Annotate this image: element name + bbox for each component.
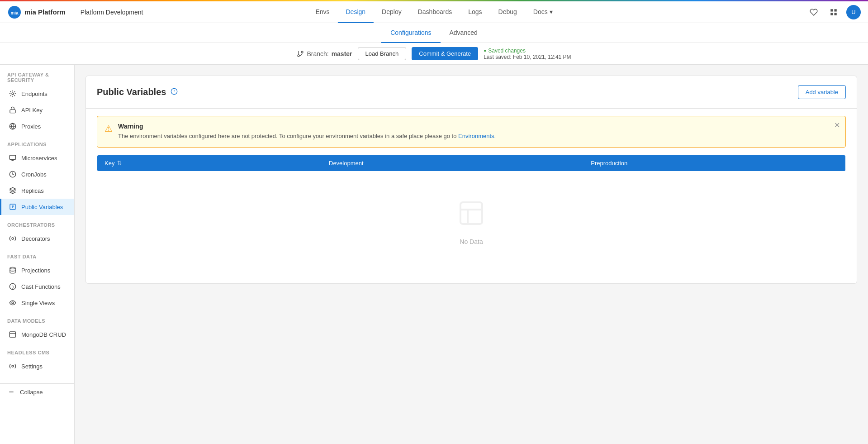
sidebar-item-public-variables[interactable]: Public Variables — [0, 199, 74, 215]
saved-status: Saved changes — [484, 48, 571, 54]
svg-point-20 — [10, 267, 15, 269]
svg-text:mia: mia — [10, 10, 19, 15]
column-preproduction: Preproduction — [583, 155, 845, 171]
sidebar-label-settings: Settings — [21, 363, 43, 370]
nav-envs[interactable]: Envs — [307, 1, 337, 23]
settings-icon — [9, 362, 17, 370]
collapse-label: Collapse — [20, 389, 43, 396]
svg-rect-31 — [460, 202, 482, 224]
sidebar-item-cast-functions[interactable]: () Cast Functions — [0, 278, 74, 295]
public-variables-icon — [9, 203, 17, 211]
nav-dashboards[interactable]: Dashboards — [410, 1, 460, 23]
logo-area: mia mia Platform Platform Development — [7, 5, 143, 19]
sidebar-section-headless-cms: HEADLESS CMS Settings — [0, 343, 74, 374]
top-navigation: Envs Design Deploy Dashboards Logs Debug… — [307, 1, 560, 23]
sidebar-item-microservices[interactable]: Microservices — [0, 150, 74, 166]
warning-banner: ⚠ Warning The environment variables conf… — [97, 116, 846, 148]
endpoints-icon — [9, 90, 17, 98]
page-card: Public Variables Add variable ⚠ Warning … — [85, 76, 857, 284]
sidebar-label-api-key: API Key — [21, 107, 43, 114]
sidebar-section-applications: APPLICATIONS Microservices CronJobs Repl… — [0, 134, 74, 215]
nav-docs[interactable]: Docs ▾ — [525, 1, 561, 23]
svg-rect-24 — [9, 332, 15, 337]
nav-design[interactable]: Design — [338, 1, 374, 23]
svg-text:(): () — [12, 285, 14, 289]
last-saved: Last saved: Feb 10, 2021, 12:41 PM — [484, 54, 571, 60]
svg-point-9 — [12, 93, 14, 95]
top-bar: mia mia Platform Platform Development En… — [0, 1, 868, 23]
table-area: Key ⇅ Development Preproduction — [86, 155, 857, 283]
svg-rect-10 — [10, 110, 15, 113]
projections-icon — [9, 266, 17, 274]
warning-text: The environment variables configured her… — [118, 132, 496, 141]
sidebar-label-projections: Projections — [21, 267, 50, 274]
sidebar-collapse-button[interactable]: Collapse — [0, 383, 74, 400]
section-label-data-models: DATA MODELS — [0, 311, 74, 326]
sidebar-item-mongodb-crud[interactable]: MongoDB CRUD — [0, 326, 74, 343]
sidebar-section-api-gateway: API GATEWAY & SECURITY Endpoints API Key… — [0, 65, 74, 134]
sidebar-item-api-key[interactable]: API Key — [0, 102, 74, 118]
nav-debug[interactable]: Debug — [490, 1, 525, 23]
sidebar-item-single-views[interactable]: Single Views — [0, 295, 74, 311]
info-icon[interactable] — [171, 88, 178, 97]
nav-deploy[interactable]: Deploy — [374, 1, 410, 23]
sidebar-section-fast-data: FAST DATA Projections () Cast Functions … — [0, 247, 74, 311]
sidebar-item-cronjobs[interactable]: CronJobs — [0, 166, 74, 182]
tab-advanced[interactable]: Advanced — [441, 23, 487, 43]
sub-tabs-bar: Configurations Advanced — [0, 23, 868, 43]
section-label-applications: APPLICATIONS — [0, 134, 74, 150]
svg-point-23 — [12, 302, 14, 304]
microservices-icon — [9, 154, 17, 162]
top-bar-right: U — [806, 5, 861, 19]
tab-configurations[interactable]: Configurations — [381, 23, 440, 43]
cast-functions-icon: () — [9, 282, 17, 291]
svg-rect-2 — [830, 9, 833, 11]
saved-info: Saved changes Last saved: Feb 10, 2021, … — [484, 48, 571, 60]
sidebar-label-cast-functions: Cast Functions — [21, 283, 61, 290]
warning-close-button[interactable]: ✕ — [834, 121, 840, 129]
warning-content: Warning The environment variables config… — [118, 123, 496, 141]
sidebar-label-decorators: Decorators — [21, 235, 50, 242]
sidebar-item-proxies[interactable]: Proxies — [0, 118, 74, 134]
branch-bar: Branch: master Load Branch Commit & Gene… — [0, 43, 868, 65]
collapse-icon — [7, 388, 15, 396]
branch-icon — [297, 50, 304, 57]
sidebar-label-mongodb-crud: MongoDB CRUD — [21, 331, 66, 338]
single-views-icon — [9, 299, 17, 307]
sidebar-section-data-models: DATA MODELS MongoDB CRUD — [0, 311, 74, 343]
user-avatar[interactable]: U — [846, 5, 861, 19]
notifications-icon[interactable] — [806, 5, 821, 19]
svg-point-26 — [12, 365, 14, 367]
no-data-icon — [106, 199, 837, 233]
section-label-headless-cms: HEADLESS CMS — [0, 343, 74, 358]
nav-logs[interactable]: Logs — [460, 1, 490, 23]
sidebar-item-decorators[interactable]: Decorators — [0, 230, 74, 247]
environments-link[interactable]: Environments. — [458, 133, 496, 139]
svg-marker-17 — [9, 187, 15, 191]
warning-icon: ⚠ — [104, 123, 113, 134]
commit-generate-button[interactable]: Commit & Generate — [412, 47, 478, 60]
sidebar-item-endpoints[interactable]: Endpoints — [0, 86, 74, 102]
branch-info: Branch: master — [297, 50, 352, 57]
warning-title: Warning — [118, 123, 496, 130]
svg-point-8 — [298, 55, 299, 57]
no-data-state: No Data — [97, 172, 846, 272]
page-title-row: Public Variables — [97, 87, 178, 97]
column-development: Development — [322, 155, 583, 171]
grid-icon[interactable] — [826, 5, 841, 19]
branch-prefix: Branch: — [307, 50, 328, 57]
section-label-fast-data: FAST DATA — [0, 247, 74, 262]
sort-icon-key[interactable]: ⇅ — [117, 160, 122, 166]
sidebar-item-settings[interactable]: Settings — [0, 358, 74, 374]
no-data-text: No Data — [106, 238, 837, 245]
sidebar: API GATEWAY & SECURITY Endpoints API Key… — [0, 65, 75, 444]
mongodb-crud-icon — [9, 330, 17, 339]
load-branch-button[interactable]: Load Branch — [358, 47, 407, 60]
decorators-icon — [9, 234, 17, 243]
svg-rect-5 — [835, 13, 837, 15]
add-variable-button[interactable]: Add variable — [798, 85, 846, 99]
sidebar-item-replicas[interactable]: Replicas — [0, 182, 74, 199]
section-label-api-gateway: API GATEWAY & SECURITY — [0, 65, 74, 86]
sidebar-item-projections[interactable]: Projections — [0, 262, 74, 278]
section-label-orchestrators: ORCHESTRATORS — [0, 215, 74, 230]
